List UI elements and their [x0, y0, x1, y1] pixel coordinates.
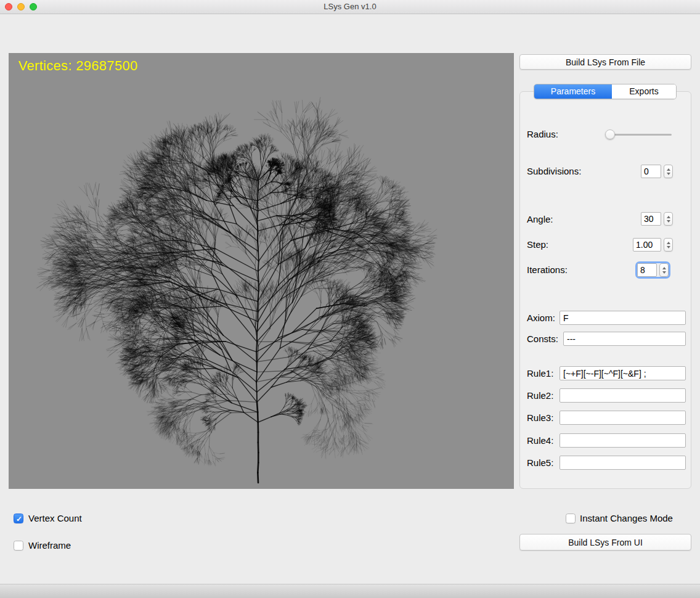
consts-input[interactable]: [563, 332, 686, 346]
wireframe-label: Wireframe: [28, 540, 71, 551]
subdivisions-input[interactable]: [641, 165, 661, 178]
step-down-icon[interactable]: [662, 271, 666, 274]
zoom-button[interactable]: [30, 3, 37, 10]
radius-label: Radius:: [527, 129, 558, 140]
subdivisions-stepper[interactable]: [664, 165, 673, 178]
angle-stepper[interactable]: [664, 212, 673, 226]
rule3-input[interactable]: [560, 411, 686, 425]
rule5-label: Rule5:: [527, 457, 553, 469]
rule4-input[interactable]: [560, 433, 686, 448]
iterations-spinbox-focused: [637, 263, 669, 277]
iterations-stepper[interactable]: [659, 263, 669, 277]
rule1-input[interactable]: [560, 366, 686, 380]
step-up-icon[interactable]: [667, 168, 670, 171]
close-button[interactable]: [5, 3, 12, 10]
rule4-label: Rule4:: [527, 435, 553, 446]
instant-changes-label: Instant Changes Mode: [580, 513, 673, 524]
step-label: Step:: [527, 239, 548, 250]
rule1-label: Rule1:: [527, 368, 553, 379]
iterations-label: Iterations:: [527, 264, 568, 276]
step-up-icon[interactable]: [667, 242, 670, 244]
axiom-label: Axiom:: [527, 313, 555, 324]
consts-label: Consts:: [527, 334, 558, 345]
step-spinbox: [633, 238, 673, 252]
instant-changes-checkbox[interactable]: [566, 514, 576, 523]
iterations-input[interactable]: [637, 263, 657, 277]
step-down-icon[interactable]: [667, 220, 670, 223]
vertex-count-label: Vertex Count: [28, 513, 82, 524]
angle-spinbox: [641, 212, 673, 226]
radius-slider[interactable]: [605, 129, 672, 139]
step-stepper[interactable]: [664, 238, 673, 252]
tab-bar: Parameters Exports: [534, 84, 677, 99]
step-up-icon[interactable]: [667, 216, 670, 218]
lsys-3d-viewport[interactable]: Vertices: 29687500: [9, 53, 514, 489]
radius-slider-handle[interactable]: [605, 129, 615, 139]
angle-label: Angle:: [527, 214, 553, 225]
window-title: LSys Gen v1.0: [0, 0, 700, 14]
step-up-icon[interactable]: [662, 267, 666, 269]
subdivisions-label: Subdivisions:: [527, 166, 581, 177]
radius-slider-track[interactable]: [605, 134, 672, 136]
minimize-button[interactable]: [17, 3, 25, 10]
titlebar[interactable]: LSys Gen v1.0: [0, 0, 700, 14]
subdivisions-spinbox: [641, 165, 673, 178]
tab-parameters[interactable]: Parameters: [534, 84, 612, 99]
wireframe-checkbox[interactable]: [14, 541, 23, 551]
step-input[interactable]: [633, 238, 661, 252]
traffic-lights: [5, 3, 37, 10]
step-down-icon[interactable]: [667, 173, 670, 175]
build-from-file-button[interactable]: Build LSys From File: [519, 54, 691, 70]
lsys-tree-canvas[interactable]: [9, 53, 514, 489]
rule2-input[interactable]: [560, 388, 686, 403]
rule5-input[interactable]: [560, 456, 686, 470]
vertices-count-label: Vertices: 29687500: [18, 58, 138, 74]
tab-exports[interactable]: Exports: [612, 84, 676, 99]
vertex-count-checkbox[interactable]: [14, 514, 23, 523]
rule2-label: Rule2:: [527, 390, 553, 401]
build-from-ui-button[interactable]: Build LSys From UI: [519, 534, 691, 551]
angle-input[interactable]: [641, 212, 661, 226]
parameters-pane: [519, 91, 691, 489]
step-down-icon[interactable]: [667, 246, 670, 248]
rule3-label: Rule3:: [527, 412, 553, 424]
axiom-input[interactable]: [560, 311, 686, 325]
window-bottom-edge: [0, 584, 700, 598]
